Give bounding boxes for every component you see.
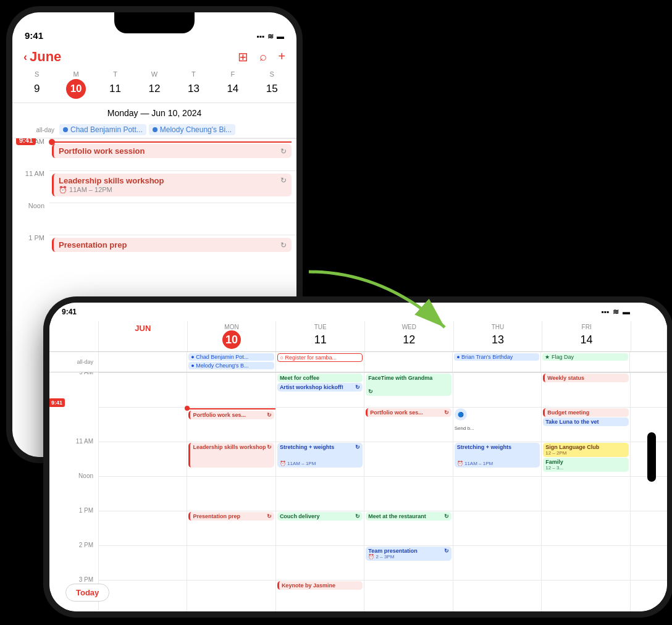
col-fri-3pm xyxy=(542,580,630,611)
event-portfolio-wed[interactable]: Portfolio work ses... ↻ xyxy=(366,408,451,417)
allday-event-brian[interactable]: ● Brian Tran's Birthday xyxy=(454,353,539,361)
status-icons: ▪▪▪ ≋ ▬ xyxy=(256,32,284,41)
allday-event-flagday[interactable]: ★ Flag Day xyxy=(542,353,628,361)
col-tue-3pm: Keynote by Jasmine xyxy=(276,580,364,611)
time-label-11am: 11 AM xyxy=(17,170,49,177)
grid-view-icon[interactable]: ⊞ xyxy=(238,49,248,64)
event-meet-restaurant[interactable]: Meet at the restaurant ↻ xyxy=(366,512,451,521)
col-header-fri[interactable]: Fri 14 xyxy=(542,321,631,351)
event-meet-coffee[interactable]: Meet for coffee xyxy=(277,374,363,382)
col-thu-10am: 🔵 Send b... xyxy=(453,407,542,442)
allday-fri: ★ Flag Day xyxy=(541,352,629,372)
event-leadership-mon[interactable]: Leadership skills workshop ↻ xyxy=(188,443,274,468)
arrow xyxy=(290,266,476,346)
event-stretching-tue[interactable]: Stretching + weights ↻ ⏰ 11AM – 1PM xyxy=(277,443,363,468)
event-facetime-grandma[interactable]: FaceTime with Grandma ↻ xyxy=(366,374,451,396)
refresh-icon: ↻ xyxy=(368,388,373,395)
col-jun-10am xyxy=(99,407,187,442)
event-send-b[interactable]: 🔵 xyxy=(455,408,467,421)
allday-tue: ○ Register for samba... xyxy=(276,352,364,372)
time-slots: 10 AM 9:41 Portfolio work session ↻ xyxy=(12,138,296,267)
refresh-icon: ↻ xyxy=(355,513,360,519)
allday-event-chad[interactable]: ● Chad Benjamin Pot... xyxy=(188,353,274,361)
current-time-line xyxy=(187,408,275,409)
event-leadership[interactable]: Leadership skills workshop ↻ ⏰ 11AM – 12… xyxy=(52,174,292,196)
allday-events: Chad Benjamin Pott... Melody Cheung's Bi… xyxy=(59,124,235,135)
col-extra-3pm xyxy=(631,580,667,611)
current-time-badge: 9:41 xyxy=(49,398,65,407)
event-portfolio-work[interactable]: Portfolio work session ↻ xyxy=(52,144,292,158)
signal-icon: ▪▪▪ xyxy=(601,308,609,316)
event-family[interactable]: Family 12 – 3... xyxy=(543,458,628,472)
col-tue-2pm xyxy=(276,545,364,580)
refresh-icon: ↻ xyxy=(280,176,287,185)
event-keynote-jasmine[interactable]: Keynote by Jasmine xyxy=(277,581,363,590)
refresh-icon: ↻ xyxy=(280,241,287,250)
col-wed-3pm xyxy=(364,580,453,611)
search-icon[interactable]: ⌕ xyxy=(259,49,267,64)
col-header-mon[interactable]: Mon 10 xyxy=(188,321,277,351)
event-artist-workshop[interactable]: Artist workshop kickoff! ↻ xyxy=(277,383,363,392)
col-tue-11am: Stretching + weights ↻ ⏰ 11AM – 1PM xyxy=(276,442,364,476)
day-tuesday[interactable]: T 11 xyxy=(96,70,135,99)
day-thursday[interactable]: T 13 xyxy=(174,70,213,99)
event-presentation-prep[interactable]: Presentation prep ↻ xyxy=(52,238,292,252)
col-fri-9am: Weekly status xyxy=(542,372,630,407)
wifi-icon: ≋ xyxy=(613,308,619,316)
allday-event-chad[interactable]: Chad Benjamin Pott... xyxy=(59,124,146,135)
time-row-2pm: 2 PM Team presentation ↻ ⏰ 2 – 3PM xyxy=(49,545,667,580)
event-title: Presentation prep xyxy=(59,240,127,250)
time-row-noon: Noon xyxy=(49,476,667,511)
event-sign-language[interactable]: Sign Language Club 12 – 2PM xyxy=(543,443,628,457)
date-label: Monday — Jun 10, 2024 xyxy=(12,103,296,122)
time-row-1pm: 1 PM Presentation prep ↻ xyxy=(12,235,296,267)
day-wednesday[interactable]: W 12 xyxy=(135,70,174,99)
event-team-presentation[interactable]: Team presentation ↻ ⏰ 2 – 3PM xyxy=(366,547,451,561)
current-time-dot xyxy=(185,406,190,411)
col-fri-2pm xyxy=(542,545,630,580)
col-wed-2pm: Team presentation ↻ ⏰ 2 – 3PM xyxy=(364,545,453,580)
col-fri-10am: Budget meeting Take Luna to the vet xyxy=(542,407,630,442)
col-wed-9am: FaceTime with Grandma ↻ xyxy=(364,372,453,407)
notch xyxy=(114,12,195,33)
refresh-icon: ↻ xyxy=(267,412,272,418)
event-stretching-thu[interactable]: Stretching + weights ⏰ 11AM – 1PM xyxy=(455,443,540,468)
refresh-icon: ↻ xyxy=(267,444,272,450)
col-fri-11am: Sign Language Club 12 – 2PM Family 12 – … xyxy=(542,442,630,476)
status-icons: ▪▪▪ ≋ ▬ xyxy=(601,308,630,316)
calendar-header: ‹ June ⊞ ⌕ + xyxy=(12,43,296,70)
event-portfolio-mon[interactable]: Portfolio work ses... ↻ xyxy=(188,411,274,419)
current-time-badge: 9:41 xyxy=(16,138,36,145)
day-monday[interactable]: M 10 xyxy=(56,70,95,99)
col-wed-11am xyxy=(364,442,453,476)
allday-event-melody[interactable]: ● Melody Cheung's B... xyxy=(188,362,274,369)
event-budget-meeting[interactable]: Budget meeting xyxy=(543,408,628,417)
allday-label: all-day xyxy=(22,127,54,133)
month-title[interactable]: ‹ June xyxy=(23,49,61,65)
back-chevron-icon[interactable]: ‹ xyxy=(23,51,27,64)
event-weekly-status[interactable]: Weekly status xyxy=(543,374,628,382)
battery-icon: ▬ xyxy=(623,308,630,316)
refresh-icon: ↻ xyxy=(444,548,449,554)
calendar-week-view: Jun Mon 10 Tue 11 Wed 12 xyxy=(49,321,667,611)
allday-event-samba[interactable]: ○ Register for samba... xyxy=(277,353,363,362)
today-button[interactable]: Today xyxy=(65,584,109,602)
col-header-extra xyxy=(631,321,667,351)
event-couch-delivery[interactable]: Couch delivery ↻ xyxy=(277,512,363,521)
event-luna-vet[interactable]: Take Luna to the vet xyxy=(543,417,628,426)
signal-icon: ▪▪▪ xyxy=(256,32,264,41)
col-jun-11am xyxy=(99,442,187,476)
event-title: Portfolio work session xyxy=(59,146,145,156)
refresh-icon: ↻ xyxy=(444,409,449,416)
day-friday[interactable]: F 14 xyxy=(213,70,252,99)
day-saturday[interactable]: S 15 xyxy=(253,70,292,99)
refresh-icon: ↻ xyxy=(355,384,360,390)
time-label-noon: Noon xyxy=(17,203,49,209)
allday-event-melody[interactable]: Melody Cheung's Bi... xyxy=(149,124,235,135)
col-fri-1pm xyxy=(542,511,630,545)
event-presentation-prep-mon[interactable]: Presentation prep ↻ xyxy=(188,512,274,521)
col-thu-3pm xyxy=(453,580,542,611)
battery-icon: ▬ xyxy=(277,32,284,41)
day-sunday[interactable]: S 9 xyxy=(17,70,56,99)
add-event-icon[interactable]: + xyxy=(278,49,285,64)
